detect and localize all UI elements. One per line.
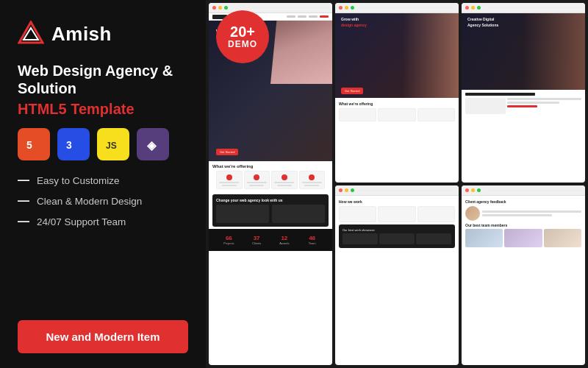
stat-4: 48 Team: [299, 235, 325, 245]
service-icon-4: [309, 174, 315, 180]
people-overlay: [270, 21, 332, 84]
service-icon-1: [226, 174, 232, 180]
screenshots-grid: We CreateQuality Design Get Started What…: [206, 0, 588, 368]
agency-label: Change your web agency look with us: [216, 198, 325, 202]
tr-offering-grid: [339, 108, 455, 121]
tr-off-1: [339, 108, 376, 121]
stat-num-1: 66: [216, 235, 242, 241]
stat-label-3: Awards: [272, 241, 298, 245]
tech-html-icon: 5: [18, 128, 50, 160]
right-panel: 20+ DEMO: [206, 0, 588, 368]
dot-g3: [477, 6, 481, 10]
service-line-1: [219, 182, 239, 183]
dot-g4: [351, 188, 354, 192]
tfr-hero-text: Creative DigitalAgency Solutions: [467, 17, 498, 28]
br-team-title: Our best team members: [465, 223, 581, 227]
screenshot-bottom-right: Client agency feedback Our best team mem…: [462, 185, 585, 365]
demo-badge: 20+ DEMO: [216, 10, 269, 63]
bm-dark-text: Our best work showcase: [343, 228, 451, 232]
tr-section-title: What we're offering: [339, 102, 455, 106]
bm-show-1: [343, 233, 378, 244]
services-label: What we're offering: [212, 164, 329, 169]
service-card-2: [244, 171, 270, 189]
mock-nav-link: [298, 15, 306, 18]
card-body-main: We CreateQuality Design Get Started What…: [209, 13, 332, 365]
stat-num-3: 12: [272, 235, 298, 241]
br-line-2: [482, 214, 552, 216]
stat-label-2: Clients: [244, 241, 270, 245]
feature-text-2: Clean & Modern Design: [37, 196, 142, 207]
dot-r5: [465, 188, 469, 192]
tfr-title-bar: [465, 93, 535, 96]
bm-show-2: [379, 233, 415, 244]
service-line-8: [304, 185, 319, 186]
tfr-line-3: [507, 105, 537, 107]
dot-red: [212, 6, 216, 10]
agency-img-1: [216, 205, 269, 223]
feature-dash-2: —: [18, 194, 29, 208]
screenshot-top-far-right: Creative DigitalAgency Solutions: [462, 3, 585, 183]
mock-nav-link: [287, 15, 295, 18]
card-header-tfr: [462, 3, 585, 13]
stat-num-2: 37: [244, 235, 270, 241]
bm-title: How we work: [339, 199, 455, 204]
card-body-tfr: Creative DigitalAgency Solutions: [462, 13, 585, 183]
dot-r4: [339, 188, 343, 192]
dot-green: [224, 6, 228, 10]
features-list: — Easy to Customize — Clean & Modern Des…: [18, 174, 188, 228]
tfr-block-1: [465, 98, 506, 114]
svg-text:3: 3: [66, 139, 72, 151]
br-text: [482, 206, 581, 221]
tech-css-icon: 3: [57, 128, 90, 160]
left-panel: Amish Web Design Agency & Solution HTML5…: [0, 0, 206, 368]
cta-button[interactable]: New and Modern Item: [18, 320, 188, 353]
card-header-main: [209, 3, 332, 13]
dot-y2: [345, 6, 348, 10]
demo-label: DEMO: [228, 39, 257, 49]
mock-nav-link: [309, 15, 318, 18]
br-team-2: [504, 229, 542, 247]
stats-row: 66 Projects 37 Clients 12 Awards 48: [212, 232, 329, 248]
tfr-content: [462, 90, 585, 119]
br-line-1: [482, 210, 581, 213]
tfr-hero: Creative DigitalAgency Solutions: [462, 13, 585, 90]
card-header-tr: [335, 3, 459, 13]
stat-3: 12 Awards: [272, 235, 298, 245]
br-team-3: [544, 229, 581, 247]
heading-sub: HTML5 Template: [18, 100, 188, 118]
svg-text:JS: JS: [106, 141, 117, 151]
dot-y3: [471, 6, 475, 10]
card-body-br: Client agency feedback Our best team mem…: [462, 196, 585, 365]
bm-dark-section: Our best work showcase: [339, 224, 455, 248]
stats-section: 66 Projects 37 Clients 12 Awards 48: [209, 229, 332, 251]
tr-hero-text: Grow withdesign agency: [341, 17, 367, 28]
service-card-1: [216, 171, 243, 189]
card-header-br: [462, 185, 585, 196]
service-line-3: [247, 182, 267, 183]
service-icon-2: [254, 174, 259, 180]
demo-number: 20+: [230, 24, 255, 39]
card-body-bm: How we work Our best work showcase: [335, 196, 459, 365]
tfr-lines: [507, 98, 581, 114]
agency-section: Change your web agency look with us: [212, 194, 329, 227]
agency-img-2: [272, 205, 325, 223]
tr-people: [403, 13, 459, 98]
dot-g5: [477, 188, 481, 192]
svg-text:◈: ◈: [146, 139, 157, 152]
tr-content: What we're offering: [335, 98, 459, 125]
br-testimonial: [465, 206, 581, 221]
stat-label-4: Team: [299, 241, 325, 245]
dot-yellow: [218, 6, 222, 10]
mock-hero-btn: Get Started: [216, 149, 238, 155]
feature-text-1: Easy to Customize: [37, 175, 120, 186]
mock-nav-link: [320, 15, 329, 18]
bm-step-3: [417, 206, 455, 222]
heading-main: Web Design Agency & Solution: [18, 62, 188, 97]
br-content: Client agency feedback Our best team mem…: [462, 196, 585, 251]
tfr-row-1: [465, 98, 581, 114]
dot-g2: [351, 6, 354, 10]
br-team: [465, 229, 581, 247]
card-body-tr: Grow withdesign agency Get Started What …: [335, 13, 459, 183]
tr-hero: Grow withdesign agency Get Started: [335, 13, 459, 98]
services-cards: [212, 171, 329, 189]
